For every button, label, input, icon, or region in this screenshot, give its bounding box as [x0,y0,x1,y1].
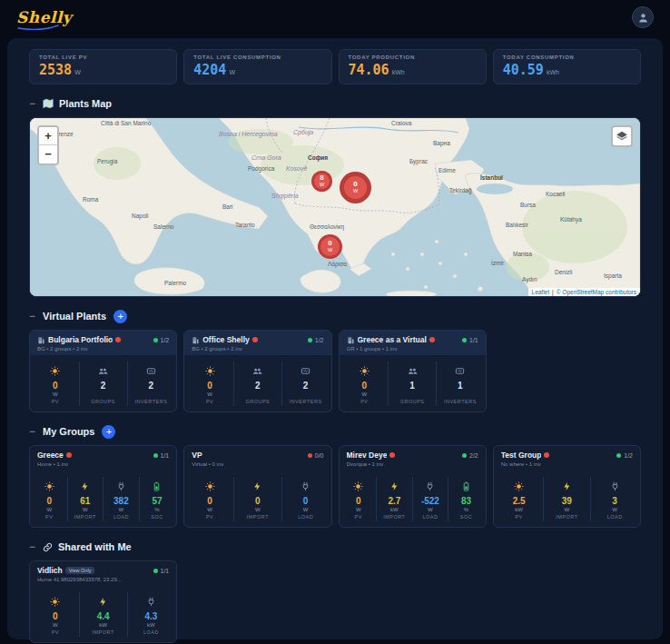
stat-groups: 2 GROUPS [234,362,282,406]
stat-label: PV [186,514,233,520]
map-label: Craiova [391,120,411,126]
map-label: Perugia [97,158,117,164]
tile-total-live-pv: TOTAL LIVE PV 2538W [29,49,177,84]
online-count: 1/2 [624,452,633,459]
map-cluster-marker[interactable]: 0 W [340,172,371,203]
plug-icon [301,481,310,492]
map-label: İstanbul [480,174,503,181]
online-dot [153,569,158,573]
online-dot [153,338,158,342]
building-icon [192,336,200,344]
tile-value: 74.06kWh [349,62,477,78]
alert-badge [544,452,549,458]
plug-icon [116,481,126,492]
map-cluster-marker[interactable]: 0 W [318,234,342,259]
leaflet-link[interactable]: Leaflet [532,289,550,295]
collapse-toggle[interactable]: − [29,309,37,323]
alert-badge [429,337,435,342]
stat-unit: W [591,507,638,513]
logo-swoosh [17,25,59,30]
stat-label: PV [496,514,543,520]
add-virtual-plant-button[interactable]: + [113,310,127,323]
group-card[interactable]: Greece 1/1 Home • 1 inv 0 W PV 61 [29,445,177,528]
tile-today-production: TODAY PRODUCTION 74.06kWh [339,49,487,84]
map-cluster-marker[interactable]: 8 W [311,171,332,192]
stat-unit: W [32,391,79,398]
map-label: Balıkesir [506,222,528,228]
bolt-icon [252,481,262,492]
plants-map[interactable]: Firenze Città di San Marino Perugia Roma… [29,117,641,297]
stat-value: 2 [234,381,281,391]
plant-subtitle: BG • 2 groups • 2 inv [192,346,323,352]
tile-unit: W [74,69,81,75]
zoom-out-button[interactable]: − [39,145,57,163]
stat-import: 61 W IMPORT [68,477,104,521]
virtual-plant-card[interactable]: Bulgaria Portfolio 1/2 BG • 2 groups • 2… [29,330,177,412]
building-icon [347,336,355,344]
stat-value: 2 [80,381,127,391]
stat-inverters: 2 INVERTERS [282,362,330,406]
collapse-toggle[interactable]: − [29,96,37,111]
stat-value: 0 [186,381,233,391]
stat-value: 0 [341,496,377,506]
shared-subtitle: Home 41.9802938433578, 23.29... [37,577,169,582]
stat-unit [80,391,127,398]
group-card[interactable]: Test Group 1/2 No where • 1 inv 2.5 kW P… [493,445,641,528]
collapse-toggle[interactable]: − [29,424,37,439]
map-layers-button[interactable] [611,125,633,147]
tile-value: 40.59kWh [503,62,631,78]
stat-label: PV [341,399,389,404]
marker-value: 8 [320,174,323,182]
map-tiles [30,118,640,296]
view-only-badge: View Only [65,567,95,574]
stat-label: PV [32,514,67,520]
group-card[interactable]: Mirev Deye 2/2 Dvorqua • 1 inv 0 W PV [339,445,487,528]
tile-unit: kWh [392,69,405,75]
layers-icon [616,130,628,143]
alert-badge [115,337,121,342]
add-group-button[interactable]: + [102,425,115,439]
shelly-logo[interactable]: Shelly [16,8,72,26]
stat-load: 3 W LOAD [591,477,638,521]
stat-value: 0 [282,496,330,506]
battery-icon [152,481,162,492]
map-label: Bursa [520,202,536,208]
stat-label: GROUPS [80,399,127,404]
user-avatar-button[interactable] [632,6,654,28]
inverter-icon [455,366,465,377]
stat-value: 0 [341,381,389,391]
stat-groups: 2 GROUPS [80,362,128,406]
stat-unit: W [282,507,330,513]
collapse-toggle[interactable]: − [29,540,37,554]
virtual-plants-header: − Virtual Plants + [29,309,641,323]
group-card[interactable]: VP 0/0 Virtual • 0 inv 0 W PV 0 W [183,445,331,528]
tile-label: TOTAL LIVE PV [39,54,167,60]
virtual-plant-card[interactable]: Greece as a Virtual 1/1 GR • 1 groups • … [339,330,487,412]
sun-icon [205,366,215,377]
zoom-in-button[interactable]: + [39,127,57,145]
tile-value: 2538W [39,62,167,78]
stat-unit [437,391,484,398]
stat-label: INVERTERS [437,399,484,404]
stat-unit: W [103,507,139,513]
osm-link[interactable]: © OpenStreetMap contributors [557,289,636,295]
virtual-plant-card[interactable]: Office Shelly 1/2 BG • 2 groups • 2 inv … [183,330,331,412]
inverter-icon [301,366,310,377]
stat-value: 39 [544,496,591,506]
stat-pv: 0 W PV [341,362,389,406]
my-groups-grid: Greece 1/1 Home • 1 inv 0 W PV 61 [29,445,641,528]
shared-card[interactable]: Vidlich View Only 1/1 Home 41.9802938433… [29,560,177,643]
online-count: 1/1 [161,452,170,459]
plug-icon [610,481,620,492]
map-label: Denizli [555,269,573,275]
stat-label: IMPORT [68,514,103,520]
stat-value: 0 [234,496,281,506]
group-name: Test Group [501,451,542,460]
group-subtitle: No where • 1 inv [501,461,633,467]
sun-icon [360,366,369,377]
summary-tiles: TOTAL LIVE PV 2538W TOTAL LIVE CONSUMPTI… [29,49,641,84]
online-dot [616,453,621,458]
stat-value: 61 [68,496,103,506]
stat-value: 4.3 [128,611,175,621]
online-count: 2/2 [469,452,478,459]
